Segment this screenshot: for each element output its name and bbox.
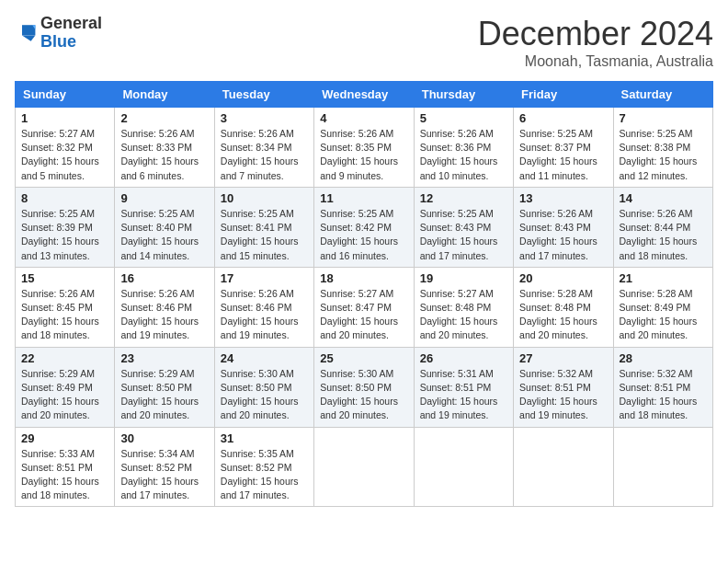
logo-general-text: General [40, 14, 102, 32]
calendar-cell: 9Sunrise: 5:25 AMSunset: 8:40 PMDaylight… [115, 187, 214, 267]
svg-marker-1 [22, 35, 35, 40]
calendar-header: SundayMondayTuesdayWednesdayThursdayFrid… [16, 82, 713, 108]
calendar-cell: 11Sunrise: 5:25 AMSunset: 8:42 PMDayligh… [314, 187, 414, 267]
day-number: 25 [320, 351, 407, 365]
calendar-cell: 20Sunrise: 5:28 AMSunset: 8:48 PMDayligh… [514, 267, 613, 347]
calendar-cell: 10Sunrise: 5:25 AMSunset: 8:41 PMDayligh… [214, 187, 313, 267]
title-block: December 2024 Moonah, Tasmania, Australi… [478, 15, 713, 70]
logo-icon [15, 22, 37, 44]
day-info: Sunrise: 5:29 AMSunset: 8:49 PMDaylight:… [21, 367, 108, 423]
calendar-table: SundayMondayTuesdayWednesdayThursdayFrid… [15, 81, 713, 507]
calendar-cell: 12Sunrise: 5:25 AMSunset: 8:43 PMDayligh… [414, 187, 513, 267]
weekday-header-monday: Monday [115, 82, 214, 108]
day-number: 29 [21, 431, 108, 445]
day-info: Sunrise: 5:25 AMSunset: 8:37 PMDaylight:… [519, 127, 607, 183]
day-info: Sunrise: 5:32 AMSunset: 8:51 PMDaylight:… [620, 367, 707, 423]
calendar-cell [314, 427, 414, 507]
day-info: Sunrise: 5:26 AMSunset: 8:46 PMDaylight:… [120, 287, 208, 343]
calendar-cell [514, 427, 613, 507]
day-info: Sunrise: 5:28 AMSunset: 8:48 PMDaylight:… [519, 287, 607, 343]
day-info: Sunrise: 5:34 AMSunset: 8:52 PMDaylight:… [120, 447, 208, 503]
calendar-cell: 14Sunrise: 5:26 AMSunset: 8:44 PMDayligh… [613, 187, 712, 267]
calendar-cell: 29Sunrise: 5:33 AMSunset: 8:51 PMDayligh… [16, 427, 115, 507]
day-info: Sunrise: 5:33 AMSunset: 8:51 PMDaylight:… [21, 447, 108, 503]
location-subtitle: Moonah, Tasmania, Australia [478, 53, 713, 70]
day-number: 31 [221, 431, 308, 445]
calendar-cell [414, 427, 513, 507]
calendar-cell: 13Sunrise: 5:26 AMSunset: 8:43 PMDayligh… [514, 187, 613, 267]
calendar-week-4: 22Sunrise: 5:29 AMSunset: 8:49 PMDayligh… [16, 347, 713, 427]
day-number: 17 [221, 271, 308, 285]
header-row: SundayMondayTuesdayWednesdayThursdayFrid… [16, 82, 713, 108]
day-info: Sunrise: 5:28 AMSunset: 8:49 PMDaylight:… [620, 287, 707, 343]
calendar-cell: 5Sunrise: 5:26 AMSunset: 8:36 PMDaylight… [414, 108, 513, 188]
calendar-cell [613, 427, 712, 507]
calendar-cell: 17Sunrise: 5:26 AMSunset: 8:46 PMDayligh… [214, 267, 313, 347]
day-number: 2 [120, 111, 208, 125]
day-number: 28 [620, 351, 707, 365]
calendar-cell: 24Sunrise: 5:30 AMSunset: 8:50 PMDayligh… [214, 347, 313, 427]
day-number: 9 [120, 191, 208, 205]
calendar-cell: 7Sunrise: 5:25 AMSunset: 8:38 PMDaylight… [613, 108, 712, 188]
day-info: Sunrise: 5:26 AMSunset: 8:43 PMDaylight:… [519, 207, 607, 263]
day-number: 22 [21, 351, 108, 365]
day-info: Sunrise: 5:35 AMSunset: 8:52 PMDaylight:… [221, 447, 308, 503]
day-info: Sunrise: 5:25 AMSunset: 8:42 PMDaylight:… [320, 207, 407, 263]
day-number: 12 [420, 191, 507, 205]
day-number: 26 [420, 351, 507, 365]
calendar-cell: 28Sunrise: 5:32 AMSunset: 8:51 PMDayligh… [613, 347, 712, 427]
day-info: Sunrise: 5:26 AMSunset: 8:36 PMDaylight:… [420, 127, 507, 183]
weekday-header-thursday: Thursday [414, 82, 513, 108]
calendar-cell: 4Sunrise: 5:26 AMSunset: 8:35 PMDaylight… [314, 108, 414, 188]
month-title: December 2024 [478, 15, 713, 53]
day-info: Sunrise: 5:32 AMSunset: 8:51 PMDaylight:… [519, 367, 607, 423]
calendar-cell: 21Sunrise: 5:28 AMSunset: 8:49 PMDayligh… [613, 267, 712, 347]
calendar-cell: 23Sunrise: 5:29 AMSunset: 8:50 PMDayligh… [115, 347, 214, 427]
day-info: Sunrise: 5:26 AMSunset: 8:35 PMDaylight:… [320, 127, 407, 183]
day-number: 7 [620, 111, 707, 125]
day-number: 13 [519, 191, 607, 205]
calendar-week-2: 8Sunrise: 5:25 AMSunset: 8:39 PMDaylight… [16, 187, 713, 267]
logo-blue-text: Blue [40, 32, 76, 51]
day-number: 3 [221, 111, 308, 125]
calendar-week-3: 15Sunrise: 5:26 AMSunset: 8:45 PMDayligh… [16, 267, 713, 347]
day-info: Sunrise: 5:26 AMSunset: 8:45 PMDaylight:… [21, 287, 108, 343]
day-number: 8 [21, 191, 108, 205]
day-number: 15 [21, 271, 108, 285]
calendar-cell: 27Sunrise: 5:32 AMSunset: 8:51 PMDayligh… [514, 347, 613, 427]
day-info: Sunrise: 5:26 AMSunset: 8:46 PMDaylight:… [221, 287, 308, 343]
day-info: Sunrise: 5:30 AMSunset: 8:50 PMDaylight:… [221, 367, 308, 423]
calendar-cell: 22Sunrise: 5:29 AMSunset: 8:49 PMDayligh… [16, 347, 115, 427]
day-info: Sunrise: 5:25 AMSunset: 8:40 PMDaylight:… [120, 207, 208, 263]
svg-marker-0 [22, 25, 35, 35]
day-info: Sunrise: 5:27 AMSunset: 8:32 PMDaylight:… [21, 127, 108, 183]
day-info: Sunrise: 5:30 AMSunset: 8:50 PMDaylight:… [320, 367, 407, 423]
day-number: 10 [221, 191, 308, 205]
calendar-cell: 30Sunrise: 5:34 AMSunset: 8:52 PMDayligh… [115, 427, 214, 507]
weekday-header-friday: Friday [514, 82, 613, 108]
calendar-cell: 19Sunrise: 5:27 AMSunset: 8:48 PMDayligh… [414, 267, 513, 347]
day-number: 23 [120, 351, 208, 365]
weekday-header-sunday: Sunday [16, 82, 115, 108]
day-info: Sunrise: 5:25 AMSunset: 8:41 PMDaylight:… [221, 207, 308, 263]
calendar-cell: 2Sunrise: 5:26 AMSunset: 8:33 PMDaylight… [115, 108, 214, 188]
day-info: Sunrise: 5:26 AMSunset: 8:34 PMDaylight:… [221, 127, 308, 183]
calendar-cell: 31Sunrise: 5:35 AMSunset: 8:52 PMDayligh… [214, 427, 313, 507]
day-number: 24 [221, 351, 308, 365]
weekday-header-wednesday: Wednesday [314, 82, 414, 108]
day-number: 27 [519, 351, 607, 365]
day-number: 5 [420, 111, 507, 125]
day-number: 19 [420, 271, 507, 285]
day-info: Sunrise: 5:25 AMSunset: 8:38 PMDaylight:… [620, 127, 707, 183]
day-info: Sunrise: 5:26 AMSunset: 8:44 PMDaylight:… [620, 207, 707, 263]
day-number: 20 [519, 271, 607, 285]
calendar-cell: 3Sunrise: 5:26 AMSunset: 8:34 PMDaylight… [214, 108, 313, 188]
weekday-header-tuesday: Tuesday [214, 82, 313, 108]
day-number: 30 [120, 431, 208, 445]
day-number: 1 [21, 111, 108, 125]
day-info: Sunrise: 5:27 AMSunset: 8:48 PMDaylight:… [420, 287, 507, 343]
weekday-header-saturday: Saturday [613, 82, 712, 108]
calendar-week-5: 29Sunrise: 5:33 AMSunset: 8:51 PMDayligh… [16, 427, 713, 507]
calendar-body: 1Sunrise: 5:27 AMSunset: 8:32 PMDaylight… [16, 108, 713, 507]
day-number: 16 [120, 271, 208, 285]
